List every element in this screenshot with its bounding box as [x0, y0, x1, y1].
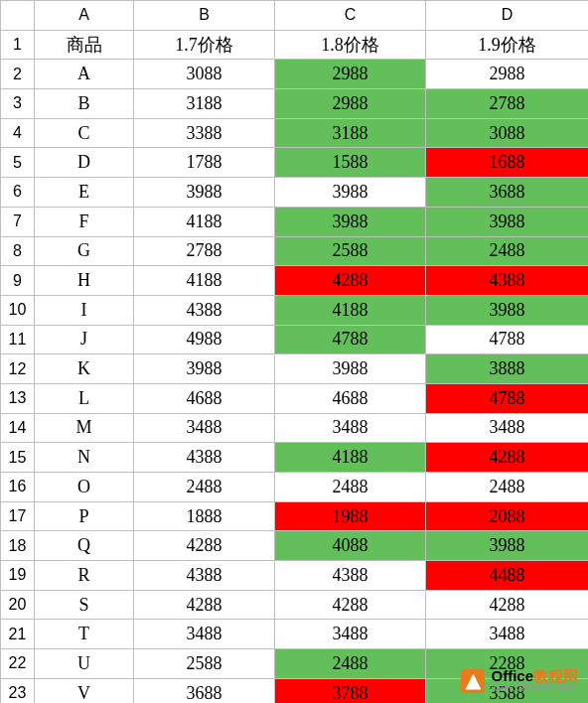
cell-product[interactable]: S [35, 590, 134, 620]
row-header-14[interactable]: 14 [1, 413, 35, 443]
cell-price-18[interactable]: 3988 [275, 178, 426, 208]
cell-price-19[interactable]: 3988 [426, 531, 589, 561]
cell-price-19[interactable]: 4788 [426, 325, 589, 354]
cell-price-17[interactable]: 4288 [134, 531, 275, 561]
row-header-12[interactable]: 12 [1, 354, 35, 384]
cell-price-17[interactable]: 2488 [134, 473, 275, 502]
cell-price-17[interactable]: 3988 [134, 178, 275, 208]
row-header-11[interactable]: 11 [1, 325, 35, 354]
cell-price-18[interactable]: 1588 [275, 148, 426, 178]
cell-price-17[interactable]: 3488 [134, 620, 275, 649]
row-header-10[interactable]: 10 [1, 295, 35, 325]
cell-product[interactable]: G [35, 236, 134, 266]
cell-price-18[interactable]: 2488 [275, 649, 426, 679]
cell-price-19[interactable]: 4288 [426, 590, 589, 620]
header-cell-b[interactable]: 1.7价格 [134, 30, 275, 60]
cell-price-19[interactable]: 4288 [426, 443, 589, 473]
row-header-9[interactable]: 9 [1, 266, 35, 296]
cell-price-18[interactable]: 3988 [275, 207, 426, 236]
row-header-15[interactable]: 15 [1, 443, 35, 473]
cell-price-17[interactable]: 4388 [134, 295, 275, 325]
cell-price-18[interactable]: 4188 [275, 443, 426, 473]
cell-price-17[interactable]: 3388 [134, 118, 275, 148]
select-all-corner[interactable] [1, 1, 35, 31]
cell-price-19[interactable]: 2088 [426, 501, 589, 531]
row-header-20[interactable]: 20 [1, 590, 35, 620]
row-header-7[interactable]: 7 [1, 207, 35, 236]
cell-product[interactable]: P [35, 501, 134, 531]
cell-price-18[interactable]: 4188 [275, 295, 426, 325]
cell-price-19[interactable]: 2988 [426, 60, 589, 89]
cell-price-19[interactable]: 3488 [426, 620, 589, 649]
cell-price-19[interactable]: 3988 [426, 207, 589, 236]
cell-price-19[interactable]: 2488 [426, 473, 589, 502]
cell-price-17[interactable]: 4188 [134, 266, 275, 296]
cell-product[interactable]: H [35, 266, 134, 296]
row-header-6[interactable]: 6 [1, 178, 35, 208]
cell-price-18[interactable]: 3788 [275, 678, 426, 703]
cell-product[interactable]: F [35, 207, 134, 236]
row-header-8[interactable]: 8 [1, 236, 35, 266]
col-header-d[interactable]: D [426, 1, 589, 31]
cell-price-18[interactable]: 3988 [275, 354, 426, 384]
header-cell-a[interactable]: 商品 [35, 30, 134, 60]
cell-price-17[interactable]: 4388 [134, 561, 275, 591]
row-header-23[interactable]: 23 [1, 678, 35, 703]
header-cell-c[interactable]: 1.8价格 [275, 30, 426, 60]
cell-price-17[interactable]: 4288 [134, 590, 275, 620]
col-header-c[interactable]: C [275, 1, 426, 31]
row-header-22[interactable]: 22 [1, 649, 35, 679]
cell-price-18[interactable]: 2588 [275, 236, 426, 266]
cell-price-17[interactable]: 4688 [134, 383, 275, 413]
cell-price-19[interactable]: 3688 [426, 178, 589, 208]
cell-price-18[interactable]: 4288 [275, 590, 426, 620]
row-header-16[interactable]: 16 [1, 473, 35, 502]
row-header-13[interactable]: 13 [1, 383, 35, 413]
cell-price-18[interactable]: 2488 [275, 473, 426, 502]
cell-price-18[interactable]: 4388 [275, 561, 426, 591]
cell-price-19[interactable]: 2488 [426, 236, 589, 266]
cell-price-18[interactable]: 4288 [275, 266, 426, 296]
row-header-5[interactable]: 5 [1, 148, 35, 178]
cell-product[interactable]: I [35, 295, 134, 325]
cell-product[interactable]: J [35, 325, 134, 354]
cell-price-18[interactable]: 2988 [275, 60, 426, 89]
cell-price-17[interactable]: 3488 [134, 413, 275, 443]
cell-product[interactable]: A [35, 60, 134, 89]
cell-price-19[interactable]: 2788 [426, 89, 589, 119]
cell-product[interactable]: C [35, 118, 134, 148]
cell-price-19[interactable]: 3488 [426, 413, 589, 443]
row-header-21[interactable]: 21 [1, 620, 35, 649]
row-header-4[interactable]: 4 [1, 118, 35, 148]
cell-price-17[interactable]: 3688 [134, 678, 275, 703]
cell-product[interactable]: N [35, 443, 134, 473]
cell-price-17[interactable]: 4988 [134, 325, 275, 354]
cell-price-18[interactable]: 3488 [275, 413, 426, 443]
cell-price-19[interactable]: 3988 [426, 295, 589, 325]
row-header-2[interactable]: 2 [1, 60, 35, 89]
cell-price-17[interactable]: 1888 [134, 501, 275, 531]
row-header-3[interactable]: 3 [1, 89, 35, 119]
col-header-b[interactable]: B [134, 1, 275, 31]
cell-price-17[interactable]: 3188 [134, 89, 275, 119]
row-header-1[interactable]: 1 [1, 30, 35, 60]
cell-price-18[interactable]: 3188 [275, 118, 426, 148]
cell-product[interactable]: R [35, 561, 134, 591]
cell-price-18[interactable]: 4788 [275, 325, 426, 354]
row-header-17[interactable]: 17 [1, 501, 35, 531]
cell-price-19[interactable]: 2288 [426, 649, 589, 679]
cell-price-17[interactable]: 2788 [134, 236, 275, 266]
cell-product[interactable]: B [35, 89, 134, 119]
cell-price-18[interactable]: 4088 [275, 531, 426, 561]
cell-price-17[interactable]: 3988 [134, 354, 275, 384]
cell-product[interactable]: M [35, 413, 134, 443]
cell-product[interactable]: E [35, 178, 134, 208]
cell-product[interactable]: U [35, 649, 134, 679]
cell-price-17[interactable]: 3088 [134, 60, 275, 89]
cell-price-18[interactable]: 3488 [275, 620, 426, 649]
cell-product[interactable]: Q [35, 531, 134, 561]
cell-price-19[interactable]: 4488 [426, 561, 589, 591]
cell-price-19[interactable]: 1688 [426, 148, 589, 178]
cell-price-18[interactable]: 4688 [275, 383, 426, 413]
col-header-a[interactable]: A [35, 1, 134, 31]
